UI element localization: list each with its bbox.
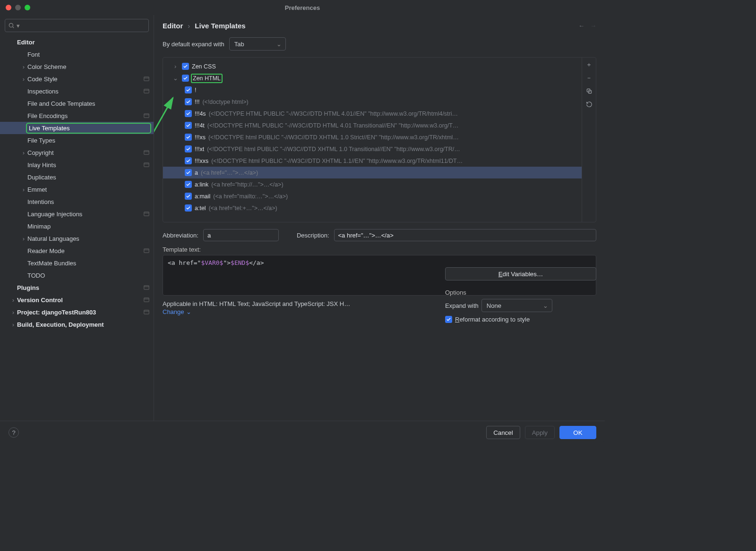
sidebar-item-textmate-bundles[interactable]: TextMate Bundles (0, 257, 154, 269)
template-desc: (<a href="mailto:…">…</a>) (213, 193, 288, 200)
sidebar-item-language-injections[interactable]: Language Injections (0, 208, 154, 220)
sidebar-item-color-scheme[interactable]: ›Color Scheme (0, 60, 154, 73)
copy-template-button[interactable] (584, 86, 594, 96)
template-row[interactable]: !!!xs (<!DOCTYPE html PUBLIC "-//W3C//DT… (163, 131, 582, 143)
template-row[interactable]: a:mail (<a href="mailto:…">…</a>) (163, 190, 582, 202)
scope-icon (143, 161, 150, 168)
template-checkbox[interactable] (185, 193, 192, 200)
template-checkbox[interactable] (185, 181, 192, 188)
sidebar-item-minimap[interactable]: Minimap (0, 220, 154, 232)
settings-tree[interactable]: EditorFont›Color Scheme›Code StyleInspec… (0, 36, 154, 421)
template-checkbox[interactable] (182, 75, 189, 82)
nav-forward-button[interactable]: → (590, 22, 596, 29)
expand-with-select[interactable]: None ⌄ (481, 299, 552, 312)
chevron-right-icon: › (20, 186, 27, 193)
sidebar-item-emmet[interactable]: ›Emmet (0, 183, 154, 195)
template-checkbox[interactable] (185, 86, 192, 93)
template-name: !!!xt (195, 146, 204, 153)
sidebar-item-editor[interactable]: Editor (0, 36, 154, 48)
templates-list[interactable]: › Zen CSS⌄ Zen HTML ! !!! (<!doctype htm… (163, 58, 582, 222)
template-desc: (<!DOCTYPE html PUBLIC "-//W3C//DTD XHTM… (207, 146, 460, 153)
template-checkbox[interactable] (185, 169, 192, 176)
template-name: ! (195, 87, 196, 93)
scope-icon (143, 149, 150, 156)
apply-button[interactable]: Apply (525, 426, 555, 439)
template-row[interactable]: a (<a href="…">…</a>) (163, 167, 582, 178)
revert-template-button[interactable] (584, 99, 594, 110)
template-name: a:link (195, 181, 208, 188)
description-input[interactable] (334, 229, 596, 241)
expand-with-value: None (487, 302, 501, 309)
template-row[interactable]: !!!xt (<!DOCTYPE html PUBLIC "-//W3C//DT… (163, 143, 582, 155)
template-row[interactable]: a:link (<a href="http://…">…</a>) (163, 178, 582, 190)
template-row[interactable]: ! (163, 84, 582, 96)
sidebar-item-project-djangotestrun803[interactable]: ›Project: djangoTestRun803 (0, 306, 154, 318)
window-title: Preferences (0, 4, 605, 11)
sidebar-item-live-templates[interactable]: Live Templates (0, 122, 154, 134)
help-button[interactable]: ? (9, 427, 19, 438)
sidebar-item-label: Intentions (27, 198, 150, 205)
breadcrumb-leaf: Live Templates (195, 22, 245, 30)
template-checkbox[interactable] (185, 98, 192, 105)
settings-sidebar: ▾ EditorFont›Color Scheme›Code StyleInsp… (0, 15, 154, 421)
template-desc: (<!DOCTYPE HTML PUBLIC "-//W3C//DTD HTML… (209, 110, 458, 117)
sidebar-item-file-types[interactable]: File Types (0, 134, 154, 146)
sidebar-item-plugins[interactable]: Plugins (0, 281, 154, 294)
expand-with-default-select[interactable]: Tab ⌄ (229, 37, 286, 51)
reformat-checkbox[interactable] (445, 316, 452, 323)
template-row[interactable]: ⌄ Zen HTML (163, 72, 582, 84)
nav-back-button[interactable]: ← (578, 22, 584, 29)
sidebar-item-file-encodings[interactable]: File Encodings (0, 110, 154, 122)
template-checkbox[interactable] (185, 110, 192, 117)
template-checkbox[interactable] (185, 122, 192, 129)
template-desc: (<a href="…">…</a>) (201, 170, 258, 176)
options-column: Edit Variables… Options Expand with None… (445, 267, 596, 323)
sidebar-item-todo[interactable]: TODO (0, 269, 154, 281)
template-row[interactable]: !!!4t (<!DOCTYPE HTML PUBLIC "-//W3C//DT… (163, 119, 582, 131)
sidebar-item-duplicates[interactable]: Duplicates (0, 171, 154, 183)
sidebar-item-copyright[interactable]: ›Copyright (0, 146, 154, 159)
template-row[interactable]: a:tel (<a href="tel:+…">…</a>) (163, 202, 582, 214)
add-template-button[interactable]: ＋ (584, 59, 594, 70)
chevron-right-icon: › (9, 297, 17, 304)
template-row[interactable]: !!!4s (<!DOCTYPE HTML PUBLIC "-//W3C//DT… (163, 108, 582, 119)
cancel-button[interactable]: Cancel (486, 426, 520, 439)
template-checkbox[interactable] (185, 145, 192, 153)
edit-variables-button[interactable]: Edit Variables… (445, 267, 596, 280)
remove-template-button[interactable]: － (584, 73, 594, 83)
template-row[interactable]: › Zen CSS (163, 60, 582, 72)
sidebar-item-label: File Encodings (27, 112, 143, 119)
sidebar-item-code-style[interactable]: ›Code Style (0, 73, 154, 85)
sidebar-item-file-and-code-templates[interactable]: File and Code Templates (0, 97, 154, 110)
ok-button[interactable]: OK (559, 426, 596, 439)
sidebar-item-natural-languages[interactable]: ›Natural Languages (0, 232, 154, 245)
settings-search-input[interactable]: ▾ (5, 19, 149, 32)
sidebar-item-version-control[interactable]: ›Version Control (0, 294, 154, 306)
main-panel: Editor › Live Templates ← → By default e… (154, 15, 605, 421)
template-row[interactable]: !!! (<!doctype html>) (163, 96, 582, 108)
change-context-link[interactable]: Change ⌄ (163, 308, 191, 315)
template-checkbox[interactable] (185, 204, 192, 212)
template-name: !!!xxs (195, 158, 208, 164)
sidebar-item-font[interactable]: Font (0, 48, 154, 60)
template-checkbox[interactable] (182, 63, 189, 70)
template-name: !!!xs (195, 134, 206, 141)
chevron-down-icon: ⌄ (172, 75, 179, 82)
svg-rect-6 (144, 114, 149, 118)
abbreviation-input[interactable] (203, 229, 279, 241)
reformat-label: Reformat according to style (455, 316, 530, 323)
sidebar-item-label: Inlay Hints (27, 161, 143, 169)
svg-rect-2 (144, 77, 149, 81)
scope-icon (143, 297, 150, 303)
template-name: a:tel (195, 205, 206, 212)
scope-icon (143, 88, 150, 94)
sidebar-item-inspections[interactable]: Inspections (0, 85, 154, 97)
template-checkbox[interactable] (185, 157, 192, 164)
sidebar-item-intentions[interactable]: Intentions (0, 195, 154, 208)
template-checkbox[interactable] (185, 134, 192, 141)
sidebar-item-inlay-hints[interactable]: Inlay Hints (0, 159, 154, 171)
breadcrumb-root: Editor (163, 22, 183, 30)
sidebar-item-build-execution-deployment[interactable]: ›Build, Execution, Deployment (0, 318, 154, 331)
template-row[interactable]: !!!xxs (<!DOCTYPE html PUBLIC "-//W3C//D… (163, 155, 582, 167)
sidebar-item-reader-mode[interactable]: Reader Mode (0, 245, 154, 257)
